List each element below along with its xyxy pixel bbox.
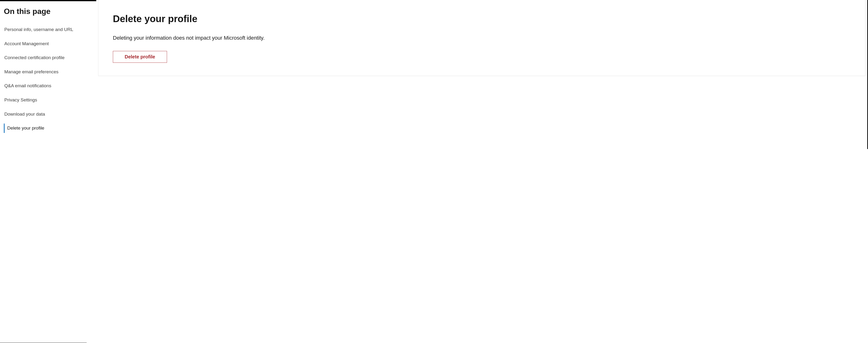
page-heading: Delete your profile [113, 13, 851, 24]
sidebar-item-qa-email-notifications[interactable]: Q&A email notifications [4, 79, 92, 93]
page-description: Deleting your information does not impac… [113, 34, 851, 42]
sidebar-item-download-your-data[interactable]: Download your data [4, 107, 92, 122]
sidebar-item-privacy-settings[interactable]: Privacy Settings [4, 93, 92, 107]
sidebar-nav: Personal info, username and URL Account … [4, 23, 92, 135]
sidebar-item-connected-certification-profile[interactable]: Connected certification profile [4, 51, 92, 65]
main-content: Delete your profile Deleting your inform… [96, 0, 867, 343]
sidebar-title: On this page [4, 7, 92, 16]
sidebar-item-personal-info[interactable]: Personal info, username and URL [4, 23, 92, 37]
sidebar-item-delete-your-profile[interactable]: Delete your profile [4, 121, 92, 135]
delete-profile-card: Delete your profile Deleting your inform… [98, 0, 865, 76]
sidebar-item-account-management[interactable]: Account Management [4, 37, 92, 51]
delete-profile-button[interactable]: Delete profile [113, 51, 167, 63]
sidebar-item-manage-email-preferences[interactable]: Manage email preferences [4, 65, 92, 79]
sidebar: On this page Personal info, username and… [0, 0, 96, 343]
